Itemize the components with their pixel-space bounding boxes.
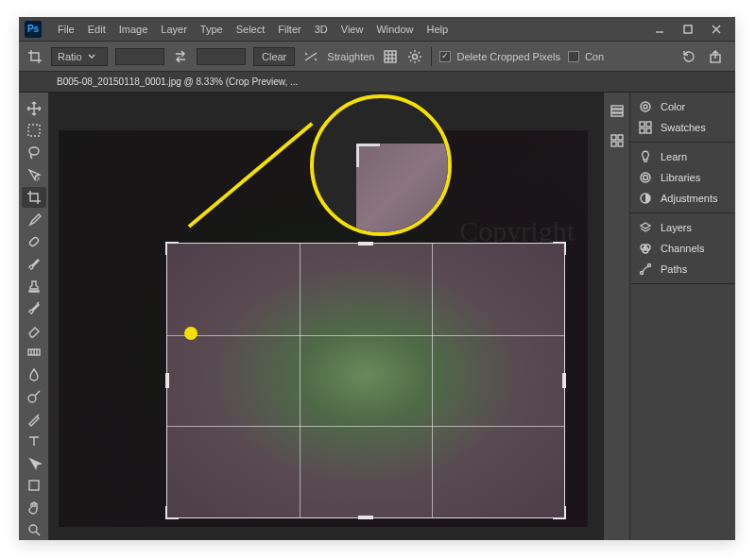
quick-select-tool[interactable] [22,165,46,186]
paths-icon [638,262,653,277]
svg-rect-33 [640,128,644,133]
crop-options-bar: Ratio Clear Straighten Delete Cropped Pi… [19,42,735,72]
menu-select[interactable]: Select [230,17,272,42]
svg-point-9 [413,54,418,59]
crop-handle-bottom-right[interactable] [553,506,566,519]
svg-rect-28 [618,142,623,146]
checkbox-icon [568,51,579,62]
eyedropper-tool[interactable] [22,210,46,230]
svg-point-21 [29,525,37,533]
crop-handle-bottom[interactable] [358,516,373,519]
reset-crop-icon[interactable] [680,48,697,65]
healing-tool[interactable] [22,231,46,252]
straighten-icon[interactable] [302,48,319,65]
panel-tab-adjustments[interactable]: Adjustments [630,188,735,209]
type-tool[interactable] [22,432,46,452]
canvas[interactable]: Copyright [49,93,603,540]
menu-3d[interactable]: 3D [308,17,335,42]
panel-group-learn: Learn Libraries Adjustments [630,143,735,213]
lasso-tool[interactable] [22,143,46,163]
share-icon[interactable] [707,48,724,65]
eraser-tool[interactable] [22,320,46,341]
svg-rect-1 [684,25,692,33]
path-select-tool[interactable] [22,453,46,474]
svg-rect-31 [640,122,644,127]
document-tab[interactable]: B005-08_20150118_0001.jpg @ 8.33% (Crop … [57,76,298,87]
menu-file[interactable]: File [51,17,81,42]
clear-button[interactable]: Clear [253,47,295,66]
stamp-tool[interactable] [22,276,46,296]
cc-libraries-icon [638,170,653,185]
properties-panel-icon[interactable] [609,132,626,149]
crop-tool-icon [26,48,43,65]
zoom-callout [310,94,452,236]
layers-icon [638,220,653,235]
svg-point-29 [641,102,650,111]
collapsed-panel-strip [604,93,630,540]
maximize-button[interactable] [682,24,694,35]
grid-line [167,426,564,427]
hand-tool[interactable] [22,498,46,518]
dodge-tool[interactable] [22,387,46,408]
brush-tool[interactable] [22,254,46,275]
panel-tab-color[interactable]: Color [630,96,735,117]
history-panel-icon[interactable] [609,102,626,119]
svg-rect-4 [385,51,396,62]
menu-edit[interactable]: Edit [81,17,112,42]
menu-filter[interactable]: Filter [271,17,307,42]
adjustments-icon [638,191,653,206]
straighten-label: Straighten [327,51,374,62]
panel-tab-learn[interactable]: Learn [630,146,735,167]
menu-image[interactable]: Image [112,17,155,42]
crop-height-field[interactable] [197,48,246,65]
menu-window[interactable]: Window [369,17,420,42]
menu-help[interactable]: Help [421,17,455,42]
menu-type[interactable]: Type [194,17,230,42]
shape-tool[interactable] [22,476,46,497]
panel-tab-swatches[interactable]: Swatches [630,117,735,138]
callout-anchor-dot [184,327,198,340]
right-dock: Color Swatches Learn Libraries [603,93,735,540]
delete-cropped-checkbox[interactable]: Delete Cropped Pixels [439,51,559,62]
menu-view[interactable]: View [335,17,370,42]
grid-line [432,244,433,517]
aspect-ratio-select[interactable]: Ratio [51,47,108,66]
panel-tab-paths[interactable]: Paths [630,259,735,280]
close-button[interactable] [711,24,722,35]
crop-width-field[interactable] [115,48,164,65]
blur-tool[interactable] [22,364,46,385]
move-tool[interactable] [22,98,46,119]
history-brush-tool[interactable] [22,298,46,319]
marquee-tool[interactable] [22,121,46,142]
panel-tab-layers[interactable]: Layers [630,217,735,238]
crop-tool[interactable] [22,187,46,208]
panel-group-color: Color Swatches [630,93,735,143]
svg-rect-11 [28,125,40,136]
menu-layer[interactable]: Layer [154,17,194,42]
crop-handle-bottom-left[interactable] [165,506,179,519]
crop-settings-icon[interactable] [406,48,423,65]
crop-handle-top[interactable] [358,242,373,246]
grid-line [167,335,564,336]
crop-handle-top-right[interactable] [553,242,566,255]
zoom-tool[interactable] [22,520,46,541]
pen-tool[interactable] [22,409,46,430]
svg-rect-23 [611,110,623,112]
panel-tab-libraries[interactable]: Libraries [630,167,735,188]
minimize-button[interactable] [654,24,665,35]
crop-handle-left[interactable] [165,373,169,388]
menubar: Ps File Edit Image Layer Type Select Fil… [19,17,735,42]
crop-handle-top-left[interactable] [165,242,179,255]
svg-rect-20 [29,481,39,490]
swap-wh-icon[interactable] [172,48,189,65]
svg-point-35 [641,173,650,182]
crop-marquee[interactable] [167,244,564,517]
grid-line [300,244,301,517]
content-aware-checkbox[interactable]: Con [568,51,604,62]
panel-tab-channels[interactable]: Channels [630,238,735,259]
overlay-grid-icon[interactable] [382,48,399,65]
svg-point-36 [644,176,648,180]
svg-rect-27 [611,142,616,146]
crop-handle-right[interactable] [562,373,566,388]
gradient-tool[interactable] [22,343,46,364]
